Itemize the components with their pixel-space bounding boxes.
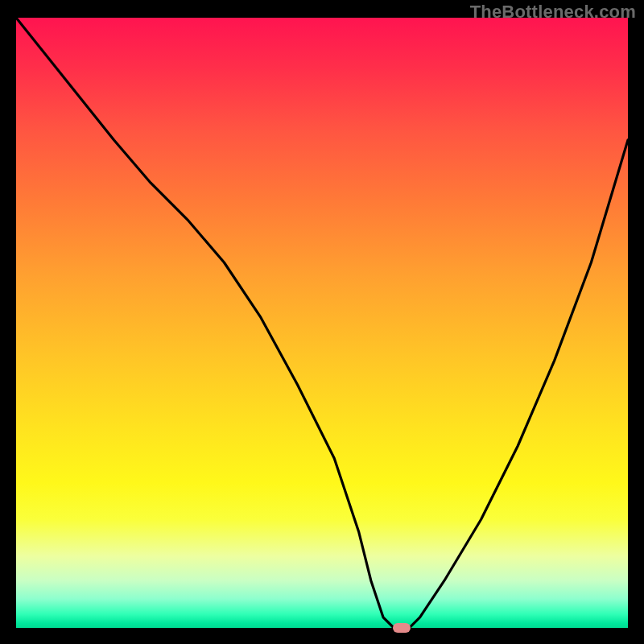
plot-area — [16, 18, 628, 630]
bottleneck-curve-path — [16, 18, 628, 630]
bottleneck-marker — [393, 623, 411, 633]
watermark-text: TheBottleneck.com — [470, 2, 636, 23]
curve-layer — [16, 18, 628, 630]
chart-frame: TheBottleneck.com — [0, 0, 644, 644]
